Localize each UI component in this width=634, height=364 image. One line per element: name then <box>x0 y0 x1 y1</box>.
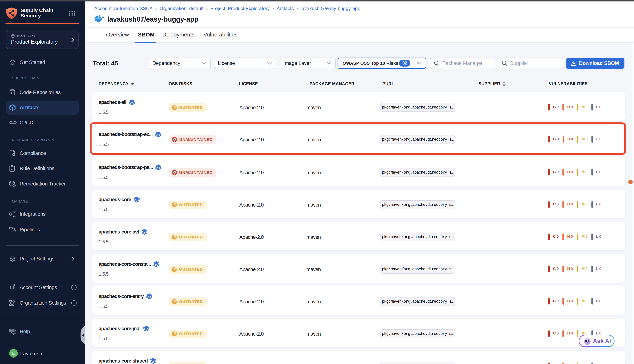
svg-text:?: ? <box>11 329 13 332</box>
